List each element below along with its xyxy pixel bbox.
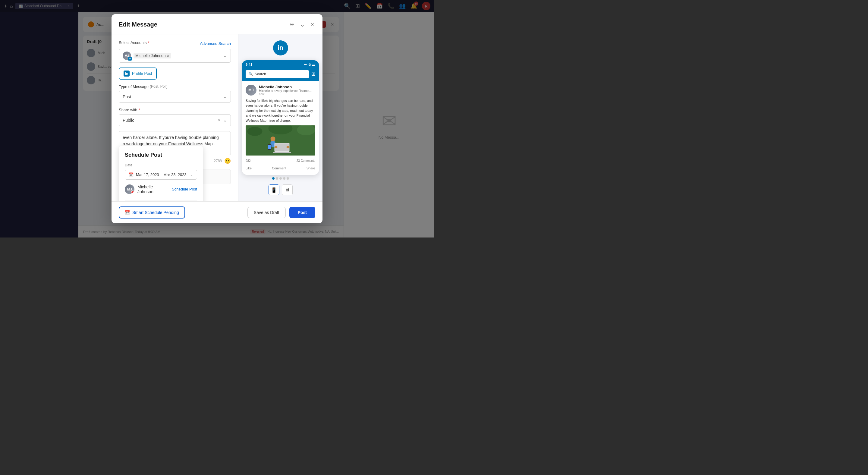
schedule-user-row: MJ Michelle Johnson Schedule Post — [125, 185, 197, 194]
smart-schedule-icon: 📅 — [125, 210, 130, 215]
account-tag-label: Michelle Johnson — [135, 53, 165, 58]
schedule-post-link[interactable]: Schedule Post — [172, 187, 197, 191]
emoji-btn[interactable]: 🙂 — [224, 158, 231, 164]
post-image — [246, 125, 315, 156]
type-of-message-group: Type of Message (Post, Poll) Post ⌄ — [119, 85, 231, 103]
phone-time: 9:41 — [246, 63, 252, 66]
accounts-select-content: MJ in Michelle Johnson × — [123, 52, 223, 60]
post-author-avatar: MJ — [246, 85, 256, 96]
desktop-view-btn[interactable]: 🖥 — [282, 185, 293, 195]
phone-search-input[interactable]: 🔍 Search — [246, 70, 309, 78]
signal-icons: ▪▪▪ ⊙ ▬ — [304, 63, 315, 67]
share-actions: × ⌄ — [218, 117, 227, 123]
date-range-picker[interactable]: 📅 Mar 17, 2023 – Mar 23, 2023 ⌄ — [125, 170, 197, 180]
post-btn[interactable]: Post — [289, 207, 315, 218]
linkedin-preview-logo: in — [273, 40, 288, 56]
post-author-sub: Michelle is a very experience Finance... — [259, 89, 315, 93]
phone-search-text: Search — [255, 72, 266, 76]
select-accounts-group: Select Accounts * Advanced Search MJ in — [119, 40, 231, 63]
type-value: Post — [123, 94, 131, 99]
edit-message-modal: Edit Message ✳ ⌄ × — [112, 14, 322, 224]
save-draft-btn[interactable]: Save as Draft — [247, 207, 286, 218]
preview-section: in 9:41 ▪▪▪ ⊙ ▬ 🔍 Search ⊞ — [238, 34, 322, 202]
smart-schedule-btn[interactable]: 📅 Smart Schedule Pending — [119, 207, 185, 219]
profile-post-btn[interactable]: in Profile Post — [119, 67, 157, 80]
account-tag-remove[interactable]: × — [167, 54, 169, 58]
accounts-select-chevron: ⌄ — [223, 53, 227, 59]
share-chevron: ⌄ — [223, 117, 227, 123]
accounts-select[interactable]: MJ in Michelle Johnson × ⌄ — [119, 49, 231, 63]
type-hint: (Post, Poll) — [150, 85, 167, 89]
post-author-info: Michelle Johnson Michelle is a very expe… — [259, 85, 315, 96]
svg-point-1 — [247, 127, 262, 136]
svg-point-10 — [287, 146, 290, 148]
footer-right: Save as Draft Post — [247, 207, 315, 218]
page-dot-2 — [276, 177, 278, 180]
char-count: 2788 — [214, 159, 222, 163]
type-select-chevron: ⌄ — [223, 94, 227, 99]
device-switcher: 📱 🖥 — [269, 185, 293, 195]
modal-title: Edit Message — [119, 21, 157, 28]
schedule-popup-title: Schedule Post — [125, 152, 197, 158]
svg-rect-8 — [273, 152, 291, 153]
save-draft-label: Save as Draft — [254, 210, 279, 215]
post-label: Post — [298, 210, 307, 215]
close-modal-btn[interactable]: × — [310, 20, 315, 29]
type-select[interactable]: Post ⌄ — [119, 91, 231, 103]
share-value: Public — [123, 118, 134, 123]
modal-body: Select Accounts * Advanced Search MJ in — [112, 34, 322, 202]
type-of-message-label: Type of Message (Post, Poll) — [119, 85, 231, 89]
form-section: Select Accounts * Advanced Search MJ in — [112, 34, 238, 202]
post-stats: 982 23 Comments — [246, 158, 315, 164]
page-dot-4 — [283, 177, 285, 180]
like-btn[interactable]: Like — [246, 166, 252, 170]
calendar-icon: 📅 — [129, 172, 133, 177]
select-accounts-label: Select Accounts * — [119, 40, 150, 45]
phone-grid-icon: ⊞ — [311, 71, 315, 77]
share-btn[interactable]: Share — [307, 166, 315, 170]
schedule-popup: Schedule Post Date 📅 Mar 17, 2023 – Mar … — [119, 146, 203, 202]
pin-modal-btn[interactable]: ✳ — [288, 20, 296, 29]
schedule-user-avatar: MJ — [125, 185, 134, 194]
share-required: * — [138, 107, 140, 113]
schedule-user-name: Michelle Johnson — [137, 185, 169, 194]
modal-header: Edit Message ✳ ⌄ × — [112, 14, 322, 34]
chevron-down-icon: ⌄ — [300, 22, 305, 28]
date-picker-chevron: ⌄ — [190, 172, 193, 177]
page-indicator — [272, 177, 289, 180]
share-with-label: Share with * — [119, 107, 231, 113]
share-select[interactable]: Public × ⌄ — [119, 114, 231, 126]
smart-schedule-label: Smart Schedule Pending — [132, 210, 179, 215]
pin-icon: ✳ — [290, 22, 294, 28]
smart-scheduling: 📅 Smart Scheduling We found optimal time… — [125, 200, 197, 202]
svg-point-9 — [275, 146, 278, 148]
svg-rect-12 — [268, 145, 271, 149]
post-author-time: now — [259, 93, 315, 96]
account-tag-chip: Michelle Johnson × — [133, 53, 171, 59]
post-card: MJ Michelle Johnson Michelle is a very e… — [242, 81, 319, 175]
modal-footer: 📅 Smart Schedule Pending Save as Draft P… — [112, 201, 322, 223]
linkedin-icon: in — [124, 70, 130, 76]
close-icon: × — [311, 22, 314, 28]
mobile-view-btn[interactable]: 📱 — [269, 185, 279, 195]
advanced-search-link[interactable]: Advanced Search — [200, 41, 231, 46]
date-range-text: Mar 17, 2023 – Mar 23, 2023 — [136, 172, 187, 177]
profile-post-label: Profile Post — [132, 71, 152, 76]
comments-count: 23 Comments — [297, 159, 315, 162]
post-author-row: MJ Michelle Johnson Michelle is a very e… — [246, 85, 315, 96]
post-text: Saving for life's big changes can be har… — [246, 98, 315, 123]
modal-overlay: Edit Message ✳ ⌄ × — [0, 0, 434, 238]
modal-header-actions: ✳ ⌄ × — [288, 20, 315, 29]
phone-search-bar: 🔍 Search ⊞ — [242, 69, 319, 81]
account-avatar: MJ in — [123, 52, 131, 60]
page-dot-1 — [272, 177, 275, 180]
share-with-group: Share with * Public × ⌄ — [119, 107, 231, 126]
share-clear-btn[interactable]: × — [218, 118, 221, 123]
phone-status-bar: 9:41 ▪▪▪ ⊙ ▬ — [242, 60, 319, 69]
svg-point-4 — [271, 136, 276, 141]
collapse-modal-btn[interactable]: ⌄ — [299, 20, 306, 29]
likes-count: 982 — [246, 159, 251, 162]
comment-btn[interactable]: Comment — [272, 166, 286, 170]
phone-mockup: 9:41 ▪▪▪ ⊙ ▬ 🔍 Search ⊞ MJ — [242, 60, 319, 175]
page-dot-5 — [287, 177, 289, 180]
